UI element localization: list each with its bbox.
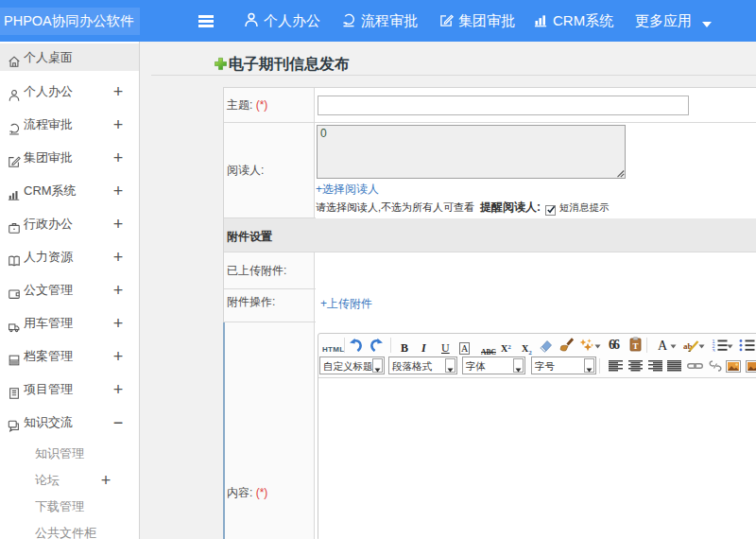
svg-text:3: 3 [713,348,715,352]
svg-text:T: T [632,341,638,351]
